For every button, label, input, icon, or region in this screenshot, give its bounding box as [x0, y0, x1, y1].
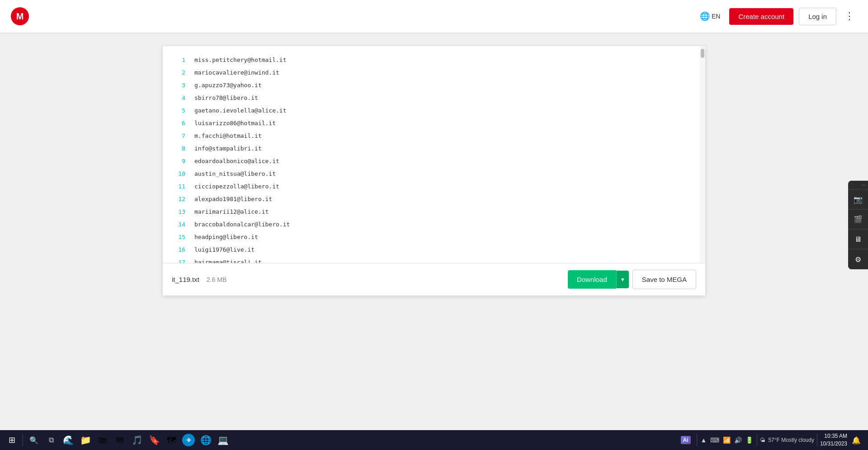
table-row: 6luisarizzo86@hotmail.it: [172, 117, 696, 129]
file-footer: it_119.txt 2.6 MB Download▾ Save to MEGA: [163, 263, 705, 295]
windows-icon: ⊞: [9, 435, 15, 445]
taskbar-date-value: 10/31/2023: [820, 440, 847, 448]
table-row: 14braccobaldonalcar@libero.it: [172, 218, 696, 230]
line-number: 9: [172, 158, 185, 164]
line-number: 14: [172, 221, 185, 228]
gear-icon: ⚙: [855, 255, 861, 264]
download-button[interactable]: Download: [568, 270, 616, 289]
mega-logo[interactable]: M: [11, 7, 29, 25]
weather-text: 57°F Mostly cloudy: [768, 437, 814, 443]
screen-icon: 🖥: [854, 235, 862, 244]
mail-icon: ✉: [116, 435, 124, 445]
line-content: cicciopezzolla@libero.it: [194, 183, 279, 190]
taskbar-mail[interactable]: ✉: [112, 432, 128, 448]
tray-network-icon[interactable]: 📶: [722, 436, 731, 445]
video-record-button[interactable]: 🎬: [848, 210, 868, 230]
taskbar-separator-4: [817, 434, 817, 446]
line-content: mariocavaliere@inwind.it: [194, 69, 279, 76]
chrome-icon: 🌐: [200, 435, 212, 445]
line-number: 11: [172, 183, 185, 190]
taskbar-clock[interactable]: 10:35 AM 10/31/2023: [820, 432, 847, 448]
taskbar-telegram[interactable]: ✈: [180, 432, 197, 448]
file-size: 2.6 MB: [207, 276, 226, 283]
table-row: 15headping@libero.it: [172, 230, 696, 243]
terminal-icon: 💻: [217, 435, 229, 445]
taskbar-microsoft-store[interactable]: 🛍: [94, 432, 111, 448]
line-content: g.apuzzo73@yahoo.it: [194, 82, 262, 89]
table-row: 17hairmama@tiscali.it: [172, 256, 696, 263]
login-button[interactable]: Log in: [799, 8, 836, 25]
main-content: 1miss.petitchery@hotmail.it2mariocavalie…: [0, 33, 868, 430]
video-icon: 🎬: [854, 215, 863, 224]
taskbar-task-view[interactable]: ⧉: [43, 432, 59, 448]
telegram-icon: ✈: [182, 434, 195, 446]
line-number: 4: [172, 94, 185, 101]
screenshot-button[interactable]: 📷: [848, 190, 868, 210]
file-info: it_119.txt 2.6 MB: [172, 276, 226, 283]
file-content-area[interactable]: 1miss.petitchery@hotmail.it2mariocavalie…: [163, 46, 705, 263]
taskbar-ai[interactable]: Ai: [678, 432, 694, 448]
table-row: 8info@stampalibri.it: [172, 142, 696, 155]
taskbar-file-explorer[interactable]: 📁: [77, 432, 94, 448]
line-number: 1: [172, 56, 185, 63]
line-content: braccobaldonalcar@libero.it: [194, 221, 290, 228]
screen-button[interactable]: 🖥: [848, 230, 868, 249]
line-content: info@stampalibri.it: [194, 145, 262, 152]
file-name: it_119.txt: [172, 276, 199, 283]
more-options-button[interactable]: ⋮: [842, 8, 857, 25]
line-number: 3: [172, 82, 185, 89]
file-viewer: 1miss.petitchery@hotmail.it2mariocavalie…: [163, 46, 705, 295]
taskbar: ⊞ 🔍 ⧉ 🌊 📁 🛍 ✉ 🎵 🔖 🗺 ✈ 🌐 💻 Ai: [0, 430, 868, 450]
line-number: 6: [172, 120, 185, 127]
taskbar-app2[interactable]: 🗺: [163, 432, 179, 448]
table-row: 7m.facchi@hotmail.it: [172, 129, 696, 142]
taskbar-app1[interactable]: 🔖: [146, 432, 162, 448]
line-number: 13: [172, 208, 185, 215]
taskbar-weather[interactable]: 🌤 57°F Mostly cloudy: [760, 437, 814, 443]
line-content: headping@libero.it: [194, 234, 258, 240]
taskbar-powershell[interactable]: 💻: [215, 432, 231, 448]
dots-icon: ···: [862, 183, 865, 188]
globe-icon: 🌐: [700, 11, 710, 21]
system-tray: ▲ ⌨ 📶 🔊 🔋: [700, 436, 755, 445]
tray-volume-icon[interactable]: 🔊: [733, 436, 743, 445]
camera-icon: 📷: [854, 195, 863, 204]
line-content: austin_nitsua@libero.it: [194, 170, 276, 177]
taskbar-spotify[interactable]: 🎵: [129, 432, 145, 448]
scrollbar-thumb[interactable]: [701, 49, 704, 58]
right-tools-panel: ··· 📷 🎬 🖥 ⚙: [848, 181, 868, 269]
line-content: luisarizzo86@hotmail.it: [194, 120, 276, 127]
table-row: 4sbirro78@libero.it: [172, 91, 696, 104]
save-to-mega-button[interactable]: Save to MEGA: [632, 270, 696, 289]
settings-button[interactable]: ⚙: [848, 249, 868, 269]
ai-label: Ai: [681, 436, 691, 444]
tray-up-icon[interactable]: ▲: [700, 436, 708, 445]
tools-top-bar: ···: [848, 181, 868, 190]
taskbar-edge[interactable]: 🌊: [60, 432, 76, 448]
notification-icon: 🔔: [852, 436, 861, 445]
line-content: alexpado1981@libero.it: [194, 196, 272, 202]
header-right: 🌐 EN Create account Log in ⋮: [696, 8, 857, 25]
edge-icon: 🌊: [63, 435, 74, 445]
store-icon: 🛍: [98, 435, 107, 445]
create-account-button[interactable]: Create account: [729, 8, 793, 25]
download-dropdown-button[interactable]: ▾: [616, 271, 629, 288]
language-button[interactable]: 🌐 EN: [696, 9, 724, 24]
taskbar-separator-1: [23, 434, 23, 446]
table-row: 13mariimarii12@alice.it: [172, 205, 696, 218]
notification-button[interactable]: 🔔: [848, 432, 864, 448]
line-number: 10: [172, 170, 185, 177]
line-number: 16: [172, 246, 185, 253]
line-number: 7: [172, 132, 185, 139]
weather-icon: 🌤: [760, 437, 765, 443]
line-number: 2: [172, 69, 185, 76]
taskbar-search[interactable]: 🔍: [26, 432, 42, 448]
taskbar-time-value: 10:35 AM: [820, 432, 847, 440]
line-content: sbirro78@libero.it: [194, 94, 258, 101]
tray-keyboard-icon[interactable]: ⌨: [709, 436, 720, 445]
tray-battery-icon[interactable]: 🔋: [745, 436, 754, 445]
lines-container: 1miss.petitchery@hotmail.it2mariocavalie…: [163, 53, 705, 263]
start-button[interactable]: ⊞: [4, 432, 20, 448]
taskbar-chrome[interactable]: 🌐: [198, 432, 214, 448]
scrollbar-track[interactable]: [700, 46, 705, 263]
